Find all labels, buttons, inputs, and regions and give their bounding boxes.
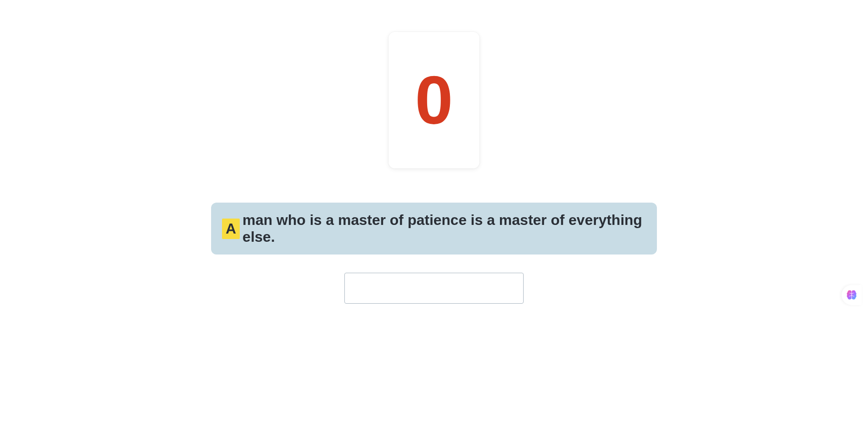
assistant-badge[interactable] [842, 285, 862, 305]
counter-card: 0 [389, 32, 479, 168]
brain-icon [845, 289, 858, 301]
quote-rest-text: man who is a master of patience is a mas… [242, 212, 646, 245]
main-container: 0 A man who is a master of patience is a… [0, 0, 868, 304]
counter-value: 0 [415, 66, 453, 134]
quote-box: A man who is a master of patience is a m… [211, 203, 657, 255]
typing-input[interactable] [344, 273, 524, 304]
quote-current-char: A [222, 219, 240, 239]
